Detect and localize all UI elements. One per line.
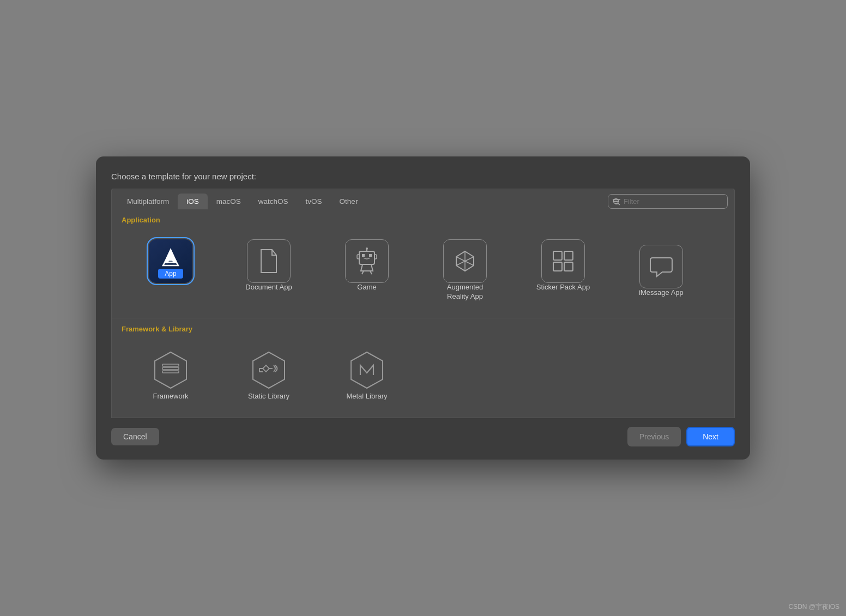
app-label: App xyxy=(158,269,183,279)
document-app-icon xyxy=(247,239,291,283)
content-area: Application xyxy=(111,209,735,418)
bottom-bar: Cancel Previous Next xyxy=(111,418,735,446)
game-label: Game xyxy=(357,283,376,292)
svg-rect-8 xyxy=(359,251,374,264)
svg-marker-34 xyxy=(351,352,383,388)
ar-cube-icon xyxy=(451,247,479,275)
document-app-label: Document App xyxy=(245,283,292,292)
svg-marker-28 xyxy=(155,352,186,388)
svg-rect-29 xyxy=(162,367,179,370)
framework-label: Framework xyxy=(153,392,188,401)
svg-rect-14 xyxy=(374,255,377,259)
game-robot-icon xyxy=(353,247,381,275)
ar-icon xyxy=(443,239,487,283)
sticker-pack-label: Sticker Pack App xyxy=(536,283,590,292)
application-items-grid: App Document App xyxy=(112,228,734,318)
metal-library-icon-wrap xyxy=(345,348,389,392)
static-library-icon-wrap xyxy=(247,348,291,392)
framework-library-items-grid: Framework Static Library xyxy=(112,337,734,418)
game-icon xyxy=(345,239,389,283)
svg-line-19 xyxy=(456,257,465,261)
filter-wrap xyxy=(608,194,728,209)
tab-macos[interactable]: macOS xyxy=(208,194,250,209)
svg-rect-27 xyxy=(564,262,573,271)
svg-rect-24 xyxy=(553,251,562,260)
metal-library-label: Metal Library xyxy=(346,392,387,401)
framework-library-section-header: Framework & Library xyxy=(112,318,734,337)
template-item-document-app[interactable]: Document App xyxy=(220,233,318,308)
ar-app-label: AugmentedReality App xyxy=(447,283,484,301)
svg-line-23 xyxy=(465,261,474,265)
svg-rect-26 xyxy=(553,262,562,271)
template-item-app[interactable]: App xyxy=(122,233,220,308)
sticker-grid-icon xyxy=(549,247,577,275)
template-item-ar-app[interactable]: AugmentedReality App xyxy=(416,233,514,308)
framework-library-section: Framework & Library Framework xyxy=(112,318,734,418)
svg-rect-10 xyxy=(369,254,372,257)
sticker-pack-icon xyxy=(541,239,585,283)
template-dialog: Choose a template for your new project: … xyxy=(96,156,750,460)
svg-point-12 xyxy=(366,247,368,250)
application-section: Application xyxy=(112,209,734,318)
svg-rect-30 xyxy=(162,364,179,366)
filter-field-wrap xyxy=(608,194,728,209)
imessage-icon xyxy=(639,245,683,288)
tab-watchos[interactable]: watchOS xyxy=(250,194,297,209)
template-item-static-library[interactable]: Static Library xyxy=(220,342,318,408)
imessage-app-label: iMessage App xyxy=(639,288,684,298)
dialog-title: Choose a template for your new project: xyxy=(111,172,735,181)
next-button[interactable]: Next xyxy=(686,427,735,446)
svg-line-20 xyxy=(465,257,474,261)
tab-tvos[interactable]: tvOS xyxy=(297,194,331,209)
framework-hexagon-icon xyxy=(149,349,192,391)
tab-bar: Multiplatform iOS macOS watchOS tvOS Oth… xyxy=(118,194,366,209)
svg-marker-32 xyxy=(253,352,285,388)
template-item-sticker-pack[interactable]: Sticker Pack App xyxy=(514,233,612,308)
svg-rect-7 xyxy=(165,260,177,261)
xcode-a-icon xyxy=(157,244,184,271)
svg-rect-9 xyxy=(362,254,365,257)
static-library-hexagon-icon xyxy=(247,349,290,391)
static-library-label: Static Library xyxy=(248,392,289,401)
document-icon xyxy=(257,247,281,275)
navigation-buttons: Previous Next xyxy=(627,427,735,446)
template-item-metal-library[interactable]: Metal Library xyxy=(318,342,416,408)
svg-rect-25 xyxy=(564,251,573,260)
metal-library-hexagon-icon xyxy=(346,349,388,391)
tab-other[interactable]: Other xyxy=(331,194,367,209)
speech-bubble-icon xyxy=(647,252,675,281)
template-item-imessage-app[interactable]: iMessage App xyxy=(612,238,710,308)
watermark: CSDN @宇夜iOS xyxy=(788,602,839,612)
previous-button[interactable]: Previous xyxy=(627,427,681,446)
tab-ios[interactable]: iOS xyxy=(178,194,208,209)
svg-line-22 xyxy=(456,261,465,265)
cancel-button[interactable]: Cancel xyxy=(111,428,159,445)
filter-input[interactable] xyxy=(608,194,728,209)
framework-icon-wrap xyxy=(149,348,192,392)
application-section-header: Application xyxy=(112,209,734,228)
template-item-game[interactable]: Game xyxy=(318,233,416,308)
template-item-framework[interactable]: Framework xyxy=(122,342,220,408)
svg-rect-31 xyxy=(162,371,179,373)
tab-multiplatform[interactable]: Multiplatform xyxy=(118,194,178,209)
svg-rect-13 xyxy=(357,255,359,259)
